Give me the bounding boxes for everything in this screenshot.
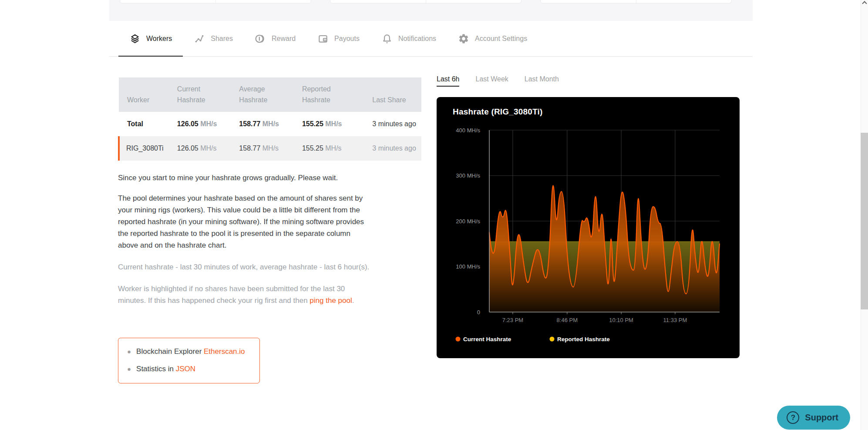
table-row-rig-3080ti: RIG_3080Ti 126.05 MH/s 158.77 MH/s 155.2… [119,136,421,161]
gear-icon [458,33,469,44]
col-header-reported-hashrate: ReportedHashrate [302,77,372,112]
svg-text:8:46 PM: 8:46 PM [557,317,578,323]
nav-tabs: Workers Shares Reward [109,21,753,56]
notes-section: Since you start to mine your hashrate gr… [118,172,370,306]
note-paragraph: Since you start to mine your hashrate gr… [118,172,370,184]
current-hashrate-value: 126.05 MH/s [177,136,239,161]
reported-hashrate-value: 155.25 MH/s [302,112,372,136]
col-header-last-share: Last Share [372,77,421,112]
scrollbar-thumb[interactable] [861,133,868,309]
svg-text:7:23 PM: 7:23 PM [502,317,523,323]
layers-icon [129,33,141,44]
col-header-worker: Worker [119,77,177,112]
average-hashrate-value: 158.77 MH/s [239,112,302,136]
svg-text:100 MH/s: 100 MH/s [456,263,480,270]
svg-text:11:33 PM: 11:33 PM [663,317,687,323]
tab-reward[interactable]: Reward [244,21,306,56]
tab-label: Workers [146,35,172,43]
col-header-current-hashrate: CurrentHashrate [177,77,239,112]
stat-card-divider [426,0,426,3]
tab-workers[interactable]: Workers [118,21,183,56]
coin-icon [255,33,266,44]
list-item: ● Blockchain Explorer Etherscan.io [127,346,251,357]
average-hashrate-value: 158.77 MH/s [239,136,302,161]
hashrate-chart: 0100 MH/s200 MH/s300 MH/s400 MH/s7:23 PM… [437,97,740,358]
note-paragraph-muted: Current hashrate - last 30 minutes of wo… [118,261,370,273]
links-info-box: ● Blockchain Explorer Etherscan.io ● Sta… [118,338,260,383]
svg-text:0: 0 [477,309,480,316]
ping-the-pool-link[interactable]: ping the pool [310,296,352,305]
stat-card [330,0,521,3]
svg-text:10:10 PM: 10:10 PM [609,317,633,323]
svg-text:Reported Hashrate: Reported Hashrate [557,336,610,343]
chart-section: Last 6h Last Week Last Month Hashrate (R… [437,61,740,358]
hashrate-chart-panel: Hashrate (RIG_3080Ti) 0100 MH/s200 MH/s3… [437,97,740,358]
note-paragraph: The pool determines your hashrate based … [118,192,370,251]
current-hashrate-value: 126.05 MH/s [177,112,239,136]
tab-label: Reward [272,35,296,43]
tab-label: Shares [211,35,233,43]
col-header-average-hashrate: AverageHashrate [239,77,302,112]
wallet-icon [317,33,329,44]
reported-hashrate-value: 155.25 MH/s [302,136,372,161]
svg-text:Current Hashrate: Current Hashrate [463,336,511,343]
workers-table: Worker CurrentHashrate AverageHashrate R… [118,77,421,161]
range-tab-last-6h[interactable]: Last 6h [437,75,459,87]
tab-account-settings[interactable]: Account Settings [447,21,538,56]
table-row-total: Total 126.05 MH/s 158.77 MH/s 155.25 MH/… [119,112,421,136]
stat-card-divider [636,0,636,3]
range-tab-last-week[interactable]: Last Week [475,75,508,87]
svg-text:300 MH/s: 300 MH/s [456,172,480,179]
svg-text:400 MH/s: 400 MH/s [456,127,480,134]
support-button[interactable]: ? Support [777,406,850,430]
tab-payouts[interactable]: Payouts [306,21,370,56]
support-label: Support [805,413,838,423]
worker-name: RIG_3080Ti [119,136,177,161]
note-paragraph-muted: Worker is highlighted if no shares have … [118,283,370,306]
tab-label: Payouts [334,35,360,43]
tab-shares[interactable]: Shares [183,21,244,56]
stat-card-divider [215,0,216,3]
table-header-row: Worker CurrentHashrate AverageHashrate R… [119,77,421,112]
svg-text:200 MH/s: 200 MH/s [456,218,480,225]
bullet-icon: ● [127,346,131,357]
bullet-icon: ● [127,363,131,375]
tab-notifications[interactable]: Notifications [370,21,447,56]
tab-label: Account Settings [475,35,527,43]
last-share-value: 3 minutes ago [372,112,421,136]
json-stats-link[interactable]: JSON [176,365,195,373]
worker-name: Total [119,112,177,136]
chart-range-tabs: Last 6h Last Week Last Month [437,75,740,87]
scrollbar-track[interactable] [861,0,868,430]
scatter-icon [194,33,205,44]
etherscan-link[interactable]: Etherscan.io [204,347,245,356]
range-tab-last-month[interactable]: Last Month [525,75,559,87]
scroll-up-arrow-icon[interactable] [862,1,867,6]
bell-icon [381,33,393,44]
workers-section: Worker CurrentHashrate AverageHashrate R… [118,61,421,383]
stat-card [540,0,732,3]
last-share-value: 3 minutes ago [372,136,421,161]
section-tabbar: Workers Shares Reward [109,21,753,57]
stat-card [120,0,311,3]
list-item: ● Statistics in JSON [127,363,251,375]
question-circle-icon: ? [787,411,799,424]
tab-label: Notifications [398,35,436,43]
